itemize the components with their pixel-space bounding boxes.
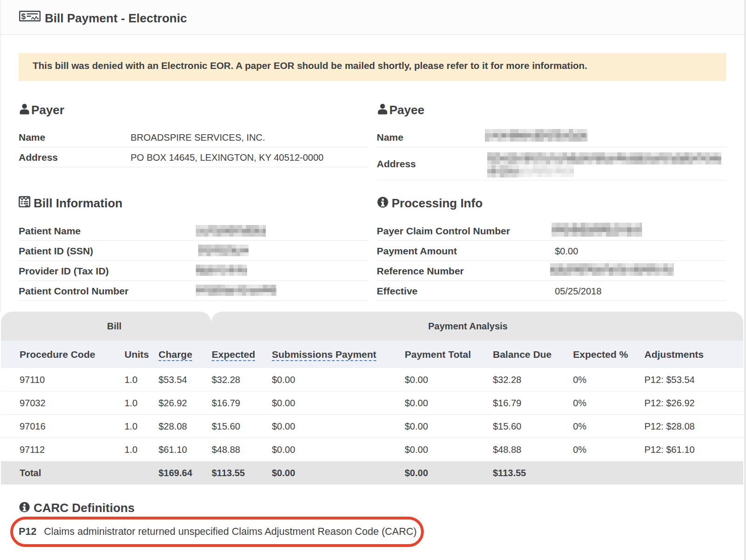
svg-text:$: $ — [21, 12, 26, 21]
